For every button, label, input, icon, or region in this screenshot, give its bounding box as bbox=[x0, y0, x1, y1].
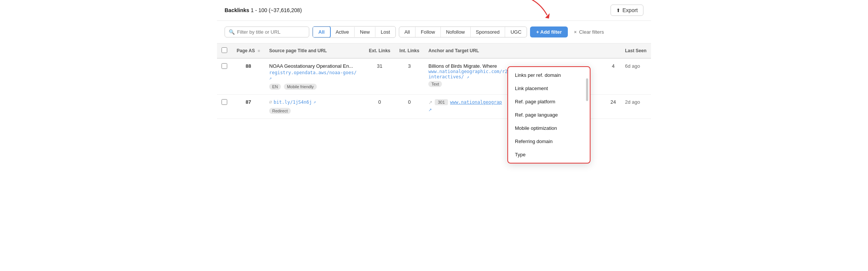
select-all-checkbox[interactable] bbox=[222, 47, 227, 53]
filter-new[interactable]: New bbox=[355, 27, 375, 37]
dropdown-item-type[interactable]: Type bbox=[508, 148, 590, 161]
title-text: Backlinks bbox=[225, 7, 249, 13]
row-dr: 4 bbox=[606, 58, 620, 95]
source-url-link[interactable]: registry.opendata.aws/noaa-goes/ bbox=[269, 70, 356, 75]
filter-all-status[interactable]: All bbox=[312, 26, 331, 38]
type-filter-group: All Follow Nofollow Sponsored UGC bbox=[399, 26, 527, 37]
slash-icon: ⌀ bbox=[269, 99, 272, 105]
dropdown-item-link-placement[interactable]: Link placement bbox=[508, 82, 590, 95]
add-filter-button[interactable]: + Add filter bbox=[530, 26, 568, 37]
filter-ugc[interactable]: UGC bbox=[505, 27, 527, 37]
th-int-links: Int. Links bbox=[395, 44, 424, 58]
th-ext-links: Ext. Links bbox=[364, 44, 395, 58]
anchor-external-icon: ↗ bbox=[467, 75, 469, 79]
tag-redirect: Redirect bbox=[269, 108, 291, 114]
page-header: Backlinks 1 - 100 (~37,616,208) ⬆ Export bbox=[217, 0, 651, 21]
anchor-external-icon2: ↗ bbox=[428, 107, 432, 112]
row-int-links: 3 bbox=[395, 58, 424, 95]
row-source-page: NOAA Geostationary Operational En... reg… bbox=[265, 58, 364, 95]
th-last-seen: Last Seen bbox=[620, 44, 651, 58]
dropdown-item-referring-domain[interactable]: Referring domain bbox=[508, 135, 590, 148]
dropdown-scrollbar bbox=[586, 78, 588, 101]
source-title: NOAA Geostationary Operational En... bbox=[269, 63, 360, 69]
export-label: Export bbox=[623, 7, 638, 13]
row-ext-links: 0 bbox=[364, 95, 395, 119]
clear-filters-button[interactable]: × Clear filters bbox=[574, 29, 604, 35]
external-link-icon: ↗ bbox=[269, 76, 272, 81]
backlinks-table-wrapper: Page AS ≡ Source page Title and URL Ext.… bbox=[217, 44, 651, 119]
source-url-link[interactable]: bit.ly/1jS4n6j bbox=[274, 100, 312, 105]
filter-sponsored[interactable]: Sponsored bbox=[471, 27, 505, 37]
filter-active[interactable]: Active bbox=[330, 27, 355, 37]
add-filter-dropdown: Links per ref. domain Link placement Ref… bbox=[507, 66, 591, 164]
external-link-icon: ↗ bbox=[313, 100, 316, 104]
th-anchor-url: Anchor and Target URL bbox=[424, 44, 606, 58]
filter-lost[interactable]: Lost bbox=[375, 27, 395, 37]
row-source-page: ⌀ bit.ly/1jS4n6j ↗ Redirect bbox=[265, 95, 364, 119]
search-input[interactable] bbox=[237, 29, 305, 35]
th-dr bbox=[606, 44, 620, 58]
export-icon: ⬆ bbox=[616, 8, 620, 13]
filter-nofollow[interactable]: Nofollow bbox=[441, 27, 471, 37]
dropdown-item-ref-page-platform[interactable]: Ref. page platform bbox=[508, 95, 590, 108]
source-tags: EN Mobile friendly bbox=[269, 82, 360, 90]
tag-en: EN bbox=[269, 84, 281, 90]
dropdown-item-links-per-ref[interactable]: Links per ref. domain bbox=[508, 69, 590, 82]
source-url: registry.opendata.aws/noaa-goes/ ↗ bbox=[269, 70, 360, 81]
row-checkbox[interactable] bbox=[222, 63, 227, 69]
filter-all-type[interactable]: All bbox=[399, 27, 415, 37]
redirect-code-badge: 301 bbox=[435, 99, 448, 105]
export-button[interactable]: ⬆ Export bbox=[611, 5, 643, 16]
row-last-seen: 2d ago bbox=[620, 95, 651, 119]
source-tags: Redirect bbox=[269, 106, 360, 114]
th-checkbox bbox=[217, 44, 232, 58]
close-icon: × bbox=[574, 29, 577, 35]
row-page-as: 88 bbox=[232, 58, 265, 95]
row-dr: 24 bbox=[606, 95, 620, 119]
th-source-page: Source page Title and URL bbox=[265, 44, 364, 58]
sort-icon: ≡ bbox=[258, 48, 260, 53]
search-icon: 🔍 bbox=[229, 29, 235, 35]
add-filter-label: + Add filter bbox=[536, 29, 562, 35]
source-url: ⌀ bit.ly/1jS4n6j ↗ bbox=[269, 99, 360, 105]
clear-filters-label: Clear filters bbox=[579, 29, 604, 35]
anchor-url-link[interactable]: www.nationalgeograp bbox=[450, 100, 502, 105]
redirect-arrow-icon: ↗ bbox=[428, 100, 432, 105]
row-checkbox-cell bbox=[217, 95, 232, 119]
table-header-row: Page AS ≡ Source page Title and URL Ext.… bbox=[217, 44, 651, 58]
tag-mobile-friendly: Mobile friendly bbox=[284, 84, 317, 90]
status-filter-group: All Active New Lost bbox=[312, 26, 396, 38]
row-last-seen: 6d ago bbox=[620, 58, 651, 95]
text-tag: Text bbox=[428, 81, 442, 87]
row-checkbox[interactable] bbox=[222, 99, 227, 105]
search-wrapper: 🔍 bbox=[225, 26, 309, 37]
row-ext-links: 31 bbox=[364, 58, 395, 95]
title-range: 1 - 100 (~37,616,208) bbox=[251, 7, 302, 13]
dropdown-item-mobile-optimization[interactable]: Mobile optimization bbox=[508, 121, 590, 135]
row-checkbox-cell bbox=[217, 58, 232, 95]
row-page-as: 87 bbox=[232, 95, 265, 119]
row-int-links: 0 bbox=[395, 95, 424, 119]
page-title: Backlinks 1 - 100 (~37,616,208) bbox=[225, 7, 302, 13]
filter-follow[interactable]: Follow bbox=[415, 27, 441, 37]
filter-row: 🔍 All Active New Lost All Follow Nofollo… bbox=[217, 21, 651, 44]
th-page-as: Page AS ≡ bbox=[232, 44, 265, 58]
dropdown-item-ref-page-language[interactable]: Ref. page language bbox=[508, 108, 590, 121]
